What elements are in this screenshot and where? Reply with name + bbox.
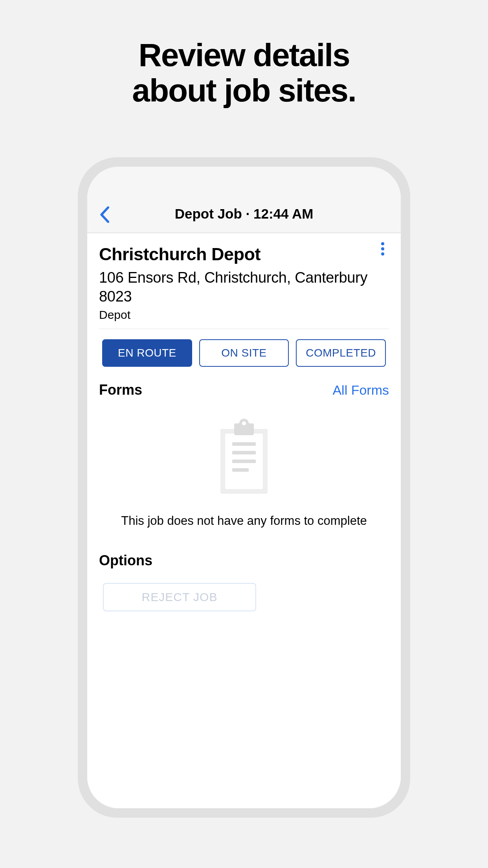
svg-point-4 <box>242 421 246 425</box>
svg-rect-5 <box>232 442 256 446</box>
svg-rect-8 <box>232 468 249 472</box>
forms-heading: Forms <box>99 382 142 398</box>
headline-line-1: Review details <box>0 37 488 73</box>
en-route-button[interactable]: EN ROUTE <box>102 339 192 367</box>
clipboard-icon <box>216 418 272 498</box>
all-forms-link[interactable]: All Forms <box>332 383 389 398</box>
headline-line-2: about job sites. <box>0 73 488 108</box>
forms-header: Forms All Forms <box>87 377 401 398</box>
more-vertical-icon <box>381 242 384 245</box>
svg-rect-6 <box>232 451 256 454</box>
more-options-button[interactable] <box>375 241 391 257</box>
chevron-left-icon <box>99 206 110 223</box>
empty-forms-message: This job does not have any forms to comp… <box>99 514 389 528</box>
marketing-headline: Review details about job sites. <box>0 37 488 108</box>
status-button-row: EN ROUTE ON SITE COMPLETED <box>87 329 401 377</box>
completed-button[interactable]: COMPLETED <box>296 339 386 367</box>
phone-frame: Depot Job · 12:44 AM Christchurch Depot … <box>78 157 410 818</box>
phone-screen: Depot Job · 12:44 AM Christchurch Depot … <box>87 167 401 808</box>
on-site-button[interactable]: ON SITE <box>199 339 289 367</box>
back-button[interactable] <box>97 206 112 223</box>
nav-bar: Depot Job · 12:44 AM <box>87 167 401 233</box>
job-address: 106 Ensors Rd, Christchurch, Canterbury … <box>99 268 389 306</box>
svg-rect-7 <box>232 460 256 463</box>
reject-job-button[interactable]: REJECT JOB <box>103 583 256 611</box>
nav-title: Depot Job · 12:44 AM <box>87 206 401 222</box>
content-area: Christchurch Depot 106 Ensors Rd, Christ… <box>87 233 401 808</box>
job-type: Depot <box>99 308 389 322</box>
job-title: Christchurch Depot <box>99 244 389 265</box>
empty-forms-state: This job does not have any forms to comp… <box>87 398 401 539</box>
options-heading: Options <box>99 552 389 569</box>
job-header: Christchurch Depot 106 Ensors Rd, Christ… <box>87 233 401 329</box>
options-section: Options REJECT JOB <box>87 539 401 611</box>
